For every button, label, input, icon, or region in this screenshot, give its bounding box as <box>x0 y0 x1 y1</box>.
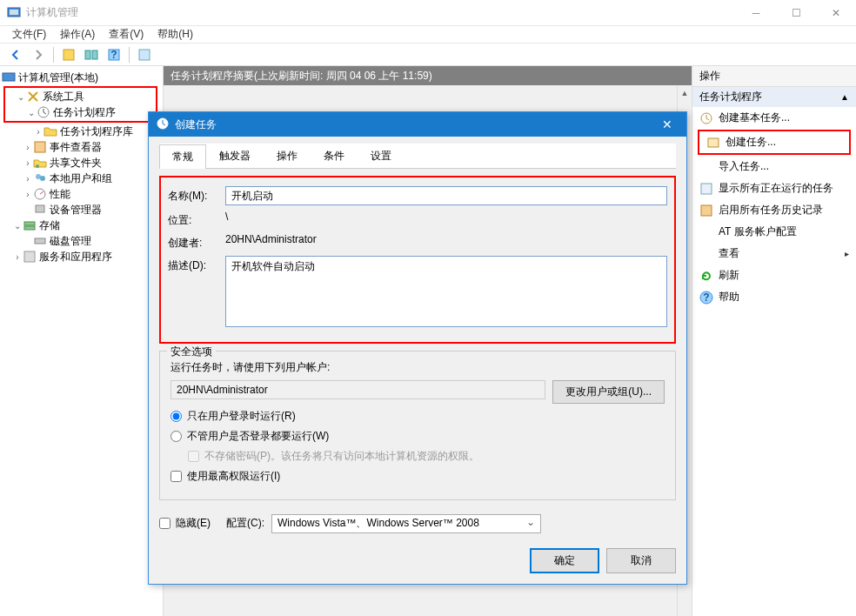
tree-label: 存储 <box>39 218 60 233</box>
tree-event-viewer[interactable]: › 事件查看器 <box>2 139 161 155</box>
svg-text:?: ? <box>110 49 117 61</box>
tree-label: 任务计划程序库 <box>60 124 133 139</box>
tab-conditions[interactable]: 条件 <box>311 144 358 168</box>
run-as-label: 运行任务时，请使用下列用户帐户: <box>171 360 665 375</box>
create-task-dialog: 创建任务 ✕ 常规 触发器 操作 条件 设置 名称(M): 位置: \ 创建者:… <box>148 111 687 585</box>
radio-any-user[interactable]: 不管用户是否登录都要运行(W) <box>171 429 665 444</box>
tree-device-mgr[interactable]: 设备管理器 <box>2 202 161 218</box>
tool-icon-2[interactable] <box>81 45 102 64</box>
change-user-button[interactable]: 更改用户或组(U)... <box>552 380 665 404</box>
collapse-icon[interactable]: ▲ <box>840 92 849 102</box>
action-enable-history[interactable]: 启用所有任务历史记录 <box>692 199 856 221</box>
check-label: 使用最高权限运行(I) <box>187 469 280 484</box>
forward-button[interactable] <box>28 45 49 64</box>
window-controls: ─ ☐ ✕ <box>736 0 856 26</box>
action-help[interactable]: ? 帮助 <box>692 286 856 308</box>
tree-disk-mgmt[interactable]: 磁盘管理 <box>2 233 161 249</box>
hidden-check[interactable]: 隐藏(E) <box>159 516 211 531</box>
tree-performance[interactable]: › 性能 <box>2 186 161 202</box>
expand-icon[interactable]: ⌄ <box>26 108 37 117</box>
name-input[interactable] <box>225 186 667 205</box>
menu-help[interactable]: 帮助(H) <box>152 25 198 44</box>
dialog-title: 创建任务 <box>175 117 655 132</box>
action-label: 创建任务... <box>726 135 776 150</box>
config-value: Windows Vista™、Windows Server™ 2008 <box>278 516 479 531</box>
history-icon <box>699 204 713 218</box>
maximize-button[interactable]: ☐ <box>776 0 816 26</box>
radio-logged-on[interactable]: 只在用户登录时运行(R) <box>171 409 665 424</box>
task-basic-icon <box>699 111 713 125</box>
user-account-field: 20HN\Administrator <box>171 380 545 399</box>
action-view[interactable]: 查看 <box>692 243 856 264</box>
tree-sys-tools[interactable]: ⌄ 系统工具 <box>5 89 156 104</box>
tree-storage[interactable]: ⌄ 存储 <box>2 218 161 233</box>
tree-shared-folders[interactable]: › 共享文件夹 <box>2 155 161 171</box>
cancel-button[interactable]: 取消 <box>606 548 676 573</box>
tool-icon-1[interactable] <box>58 45 79 64</box>
help-icon[interactable]: ? <box>104 45 124 64</box>
hidden-checkbox[interactable] <box>159 518 171 529</box>
radio-any-input[interactable] <box>171 431 182 442</box>
check-label: 隐藏(E) <box>176 516 211 531</box>
back-button[interactable] <box>5 45 26 64</box>
tree-task-lib[interactable]: › 任务计划程序库 <box>2 124 161 139</box>
ok-button[interactable]: 确定 <box>530 548 599 573</box>
dialog-title-bar[interactable]: 创建任务 ✕ <box>149 112 686 137</box>
tool-icon-3[interactable] <box>134 45 155 64</box>
action-import[interactable]: 导入任务... <box>692 156 856 177</box>
tree-label: 共享文件夹 <box>50 156 102 171</box>
perf-icon <box>33 187 47 201</box>
action-label: 查看 <box>719 246 739 261</box>
expand-icon[interactable]: › <box>23 174 33 184</box>
expand-icon[interactable]: › <box>12 252 23 262</box>
tree-services-apps[interactable]: › 服务和应用程序 <box>2 249 161 264</box>
security-group-title: 安全选项 <box>167 345 216 359</box>
computer-icon <box>2 70 16 84</box>
action-create-basic[interactable]: 创建基本任务... <box>692 107 856 129</box>
check-label: 不存储密码(P)。该任务将只有访问本地计算机资源的权限。 <box>204 449 479 464</box>
expand-icon[interactable]: › <box>23 143 33 152</box>
expand-icon[interactable]: › <box>23 158 33 168</box>
radio-logged-on-input[interactable] <box>171 411 182 422</box>
event-icon <box>33 140 47 154</box>
expand-icon[interactable]: ⌄ <box>16 92 26 102</box>
toolbar: ? <box>0 44 856 66</box>
dialog-close-button[interactable]: ✕ <box>655 117 679 131</box>
tab-general[interactable]: 常规 <box>159 144 206 169</box>
config-label: 配置(C): <box>226 516 264 531</box>
action-at-config[interactable]: AT 服务帐户配置 <box>692 221 856 243</box>
tree-task-scheduler[interactable]: ⌄ 任务计划程序 <box>5 104 156 120</box>
scroll-up-icon[interactable]: ▲ <box>678 85 692 100</box>
action-refresh[interactable]: 刷新 <box>692 264 856 286</box>
disk-icon <box>33 234 47 248</box>
menu-file[interactable]: 文件(F) <box>7 25 51 44</box>
no-store-pw-checkbox <box>188 451 199 462</box>
name-label: 名称(M): <box>168 186 225 204</box>
expand-icon[interactable]: › <box>23 190 33 199</box>
tab-actions[interactable]: 操作 <box>264 144 311 168</box>
config-select[interactable]: Windows Vista™、Windows Server™ 2008 <box>271 514 541 533</box>
highest-priv-checkbox[interactable] <box>171 471 182 482</box>
tab-settings[interactable]: 设置 <box>358 144 405 168</box>
toolbar-separator <box>129 47 130 63</box>
tree-label: 性能 <box>50 187 70 202</box>
actions-pane: 操作 任务计划程序 ▲ 创建基本任务... 创建任务... 导入任务... 显示… <box>692 66 856 616</box>
desc-textarea[interactable] <box>225 256 667 327</box>
menu-view[interactable]: 查看(V) <box>104 25 149 44</box>
minimize-button[interactable]: ─ <box>736 0 776 26</box>
svg-rect-2 <box>64 50 74 60</box>
action-create-task[interactable]: 创建任务... <box>699 131 849 153</box>
tab-triggers[interactable]: 触发器 <box>206 144 264 168</box>
svg-rect-21 <box>708 138 719 147</box>
actions-header: 操作 <box>692 66 856 87</box>
expand-icon[interactable]: › <box>33 127 43 137</box>
expand-icon[interactable]: ⌄ <box>12 221 23 231</box>
tree-root[interactable]: 计算机管理(本地) <box>2 70 161 85</box>
close-button[interactable]: ✕ <box>816 0 856 26</box>
menu-action[interactable]: 操作(A) <box>55 25 100 44</box>
tree-label: 服务和应用程序 <box>39 250 112 264</box>
tree-local-users[interactable]: › 本地用户和组 <box>2 171 161 186</box>
action-show-running[interactable]: 显示所有正在运行的任务 <box>692 177 856 199</box>
highest-priv[interactable]: 使用最高权限运行(I) <box>171 469 665 484</box>
author-value: 20HN\Administrator <box>225 233 667 245</box>
